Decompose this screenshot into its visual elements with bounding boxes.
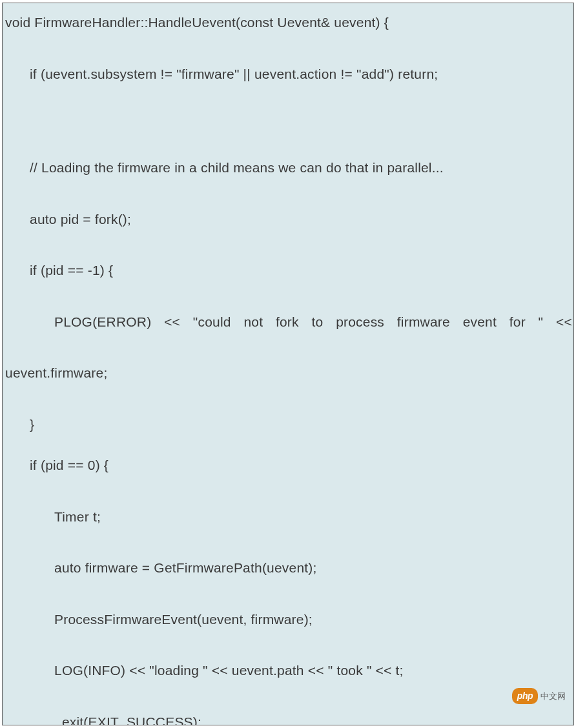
token: " xyxy=(539,312,544,332)
code-block: void FirmwareHandler::HandleUevent(const… xyxy=(2,3,574,725)
code-line: if (pid == 0) { xyxy=(3,455,573,476)
php-badge-icon: php xyxy=(512,688,538,704)
code-line: auto firmware = GetFirmwarePath(uevent); xyxy=(3,558,573,578)
code-line: PLOG(ERROR) << "could not fork to proces… xyxy=(3,312,573,332)
code-line: if (uevent.subsystem != "firmware" || ue… xyxy=(3,64,573,85)
code-line: ProcessFirmwareEvent(uevent, firmware); xyxy=(3,609,573,630)
token: << xyxy=(556,312,572,332)
code-line: if (pid == -1) { xyxy=(3,260,573,281)
token: for xyxy=(509,312,526,332)
code-line: void FirmwareHandler::HandleUevent(const… xyxy=(3,12,573,33)
token: to xyxy=(311,312,323,332)
code-line: _exit(EXIT_SUCCESS); xyxy=(3,712,573,726)
code-line: auto pid = fork(); xyxy=(3,209,573,230)
watermark-text: 中文网 xyxy=(540,690,566,703)
code-line: // Loading the firmware in a child means… xyxy=(3,157,573,178)
token: << xyxy=(164,312,180,332)
token: process xyxy=(336,312,384,332)
watermark: php 中文网 xyxy=(512,688,566,704)
code-line: uevent.firmware; xyxy=(3,363,573,383)
code-line: Timer t; xyxy=(3,507,573,527)
token: event xyxy=(463,312,497,332)
token: firmware xyxy=(397,312,450,332)
token: fork xyxy=(276,312,299,332)
token: not xyxy=(243,312,263,332)
token: PLOG(ERROR) xyxy=(54,312,151,332)
code-line: } xyxy=(3,414,573,435)
token: "could xyxy=(193,312,231,332)
code-line: LOG(INFO) << "loading " << uevent.path <… xyxy=(3,660,573,681)
